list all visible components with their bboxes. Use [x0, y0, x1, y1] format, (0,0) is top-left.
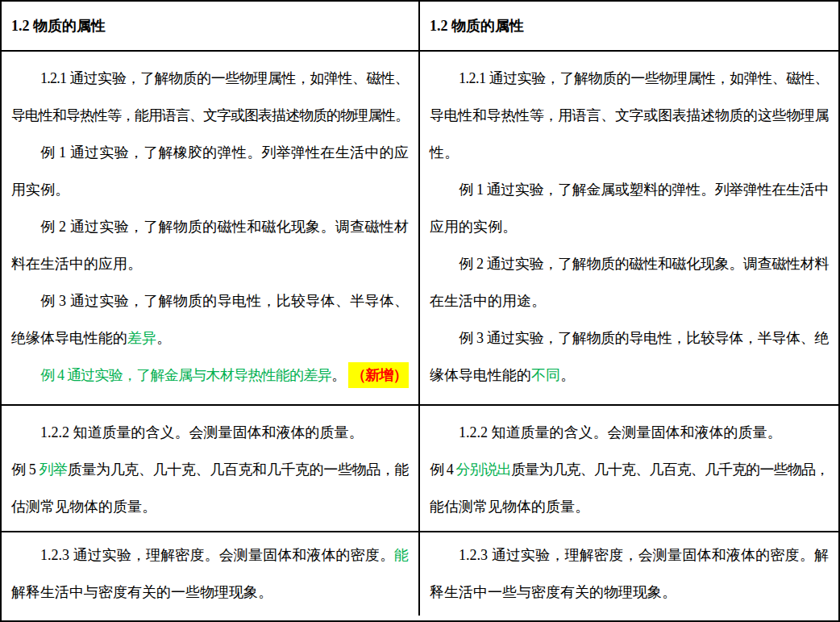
text-line: 解释生活中与密度有关的一些物理现象。: [11, 574, 409, 611]
text-line: 绝缘体导电性能的差异。: [11, 319, 409, 357]
row-1-2-3: 1.2.3 通过实验，理解密度。会测量固体和液体的密度。能解释生活中与密度有关的…: [2, 532, 838, 616]
table-cell: 1.2.2 知道质量的含义。会测量固体和液体的质量。例 5 列举质量为几克、几十…: [2, 406, 420, 531]
text-line: 导电性和导热性等，用语言、文字或图表描述物质的这些物理属: [430, 97, 829, 134]
table-cell: 1.2.2 知道质量的含义。会测量固体和液体的质量。例 4 分别说出质量为几克、…: [420, 406, 838, 531]
changed-text: 差异: [127, 330, 156, 346]
text-segment: 释生活中一些与密度有关的物理现象。: [430, 584, 676, 600]
text-segment: 质量为几克、几十克、几百克和几千克的一些物品，能: [68, 461, 409, 478]
text-segment: 例 2 通过实验，了解物质的磁性和磁化现象。调查磁性材: [40, 219, 409, 235]
text-segment: 应用的实例。: [430, 219, 517, 235]
text-line: 释生活中一些与密度有关的物理现象。: [430, 574, 829, 611]
text-segment: 能估测常见物体的质量。: [430, 499, 589, 515]
section-header-left: 1.2 物质的属性: [2, 2, 420, 50]
text-line: 1.2.1 通过实验，了解物质的一些物理属性，如弹性、磁性、: [430, 60, 829, 97]
text-segment: 缘体导电性能的: [430, 367, 531, 383]
text-line: 例 2 通过实验，了解物质的磁性和磁化现象。调查磁性材: [11, 208, 409, 245]
text-line: 应用的实例。: [430, 208, 829, 245]
text-segment: 1.2.1 通过实验，了解物质的一些物理属性，如弹性、磁性、: [459, 70, 829, 86]
row-1-2-1: 1.2.1 通过实验，了解物质的一些物理属性，如弹性、磁性、导电性和导热性等，能…: [2, 52, 838, 406]
text-segment: 导电性和导热性等，用语言、文字或图表描述物质的这些物理属: [430, 107, 829, 123]
text-line: 例 4 分别说出质量为几克、几十克、几百克、几千克的一些物品，: [430, 451, 829, 488]
comparison-table: 1.2 物质的属性 1.2 物质的属性 1.2.1 通过实验，了解物质的一些物理…: [0, 0, 840, 622]
text-line: 例 1 通过实验，了解金属或塑料的弹性。列举弹性在生活中: [430, 171, 829, 208]
text-segment: 。: [331, 367, 348, 383]
section-header-row: 1.2 物质的属性 1.2 物质的属性: [2, 2, 838, 52]
text-line: 1.2.3 通过实验，理解密度。会测量固体和液体的密度。能: [11, 536, 409, 574]
text-segment: 例 5: [11, 461, 39, 478]
text-line: 例 3 通过实验，了解物质的导电性，比较导体、半导体、: [11, 282, 409, 319]
text-segment: 1.2.3 通过实验，理解密度。会测量固体和液体的密度。: [40, 547, 394, 563]
text-segment: 绝缘体导电性能的: [11, 330, 127, 346]
changed-text: 列举: [39, 461, 67, 478]
text-segment: 。: [560, 367, 575, 383]
text-segment: 1.2.1 通过实验，了解物质的一些物理属性，如弹性、磁性、: [40, 70, 409, 86]
text-segment: 例 4: [430, 461, 455, 478]
text-line: 1.2.3 通过实验，理解密度，会测量固体和液体的密度。解: [430, 536, 829, 574]
section-header-right: 1.2 物质的属性: [420, 2, 838, 50]
text-segment: 。: [156, 330, 171, 346]
new-badge: （新增）: [348, 362, 409, 388]
text-line: 例 1 通过实验，了解橡胶的弹性。列举弹性在生活中的应: [11, 134, 409, 171]
changed-text: 能: [394, 547, 409, 563]
changed-text: 不同: [531, 367, 560, 383]
text-segment: 例 1 通过实验，了解金属或塑料的弹性。列举弹性在生活中: [459, 182, 829, 198]
text-line: 例 4 通过实验，了解金属与木材导热性能的差异。 （新增）: [11, 357, 409, 394]
text-line: 在生活中的用途。: [430, 282, 829, 319]
table-cell: 1.2.3 通过实验，理解密度，会测量固体和液体的密度。解释生活中一些与密度有关…: [420, 532, 838, 616]
text-segment: 解释生活中与密度有关的一些物理现象。: [11, 584, 272, 600]
text-segment: 例 3 通过实验，了解物质的导电性，比较导体，半导体、绝: [459, 330, 829, 346]
text-segment: 用实例。: [11, 182, 69, 198]
table-cell: 1.2.1 通过实验，了解物质的一些物理属性，如弹性、磁性、导电性和导热性等，能…: [2, 52, 420, 404]
text-segment: 例 2 通过实验，了解物质的磁性和磁化现象。调查磁性材料: [459, 256, 829, 272]
text-line: 例 5 列举质量为几克、几十克、几百克和几千克的一些物品，能: [11, 451, 409, 488]
text-segment: 例 1 通过实验，了解橡胶的弹性。列举弹性在生活中的应: [40, 144, 409, 161]
section-title: 1.2 物质的属性: [430, 16, 524, 35]
text-segment: 例 3 通过实验，了解物质的导电性，比较导体、半导体、: [40, 293, 409, 309]
table-cell: 1.2.3 通过实验，理解密度。会测量固体和液体的密度。能解释生活中与密度有关的…: [2, 532, 420, 616]
text-line: 能估测常见物体的质量。: [430, 488, 829, 525]
text-line: 1.2.1 通过实验，了解物质的一些物理属性，如弹性、磁性、: [11, 60, 409, 97]
changed-text: 例 4 通过实验，了解金属与木材导热性能的差异: [40, 367, 331, 383]
text-line: 料在生活中的应用。: [11, 245, 409, 282]
text-line: 例 3 通过实验，了解物质的导电性，比较导体，半导体、绝: [430, 319, 829, 357]
text-line: 性。: [430, 134, 829, 171]
text-segment: 1.2.2 知道质量的含义。会测量固体和液体的质量。: [459, 424, 782, 440]
text-segment: 性。: [430, 144, 459, 161]
text-line: 导电性和导热性等，能用语言、文字或图表描述物质的物理属性。: [11, 97, 409, 134]
text-segment: 在生活中的用途。: [430, 293, 546, 309]
section-title: 1.2 物质的属性: [11, 16, 106, 35]
text-line: 1.2.2 知道质量的含义。会测量固体和液体的质量。: [430, 414, 829, 451]
text-segment: 导电性和导热性等，能用语言、文字或图表描述物质的物理属性。: [11, 107, 409, 123]
text-line: 例 2 通过实验，了解物质的磁性和磁化现象。调查磁性材料: [430, 245, 829, 282]
text-line: 缘体导电性能的不同。: [430, 357, 829, 394]
text-segment: 料在生活中的应用。: [11, 256, 142, 272]
text-segment: 估测常见物体的质量。: [11, 499, 156, 515]
text-segment: 1.2.3 通过实验，理解密度，会测量固体和液体的密度。解: [459, 547, 829, 563]
text-segment: 质量为几克、几十克、几百克、几千克的一些物品，: [511, 461, 829, 478]
text-line: 用实例。: [11, 171, 409, 208]
text-line: 估测常见物体的质量。: [11, 488, 409, 525]
table-cell: 1.2.1 通过实验，了解物质的一些物理属性，如弹性、磁性、导电性和导热性等，用…: [420, 52, 838, 404]
changed-text: 分别说出: [455, 461, 511, 478]
text-segment: 1.2.2 知道质量的含义。会测量固体和液体的质量。: [40, 424, 364, 440]
row-1-2-2: 1.2.2 知道质量的含义。会测量固体和液体的质量。例 5 列举质量为几克、几十…: [2, 406, 838, 532]
text-line: 1.2.2 知道质量的含义。会测量固体和液体的质量。: [11, 414, 409, 451]
